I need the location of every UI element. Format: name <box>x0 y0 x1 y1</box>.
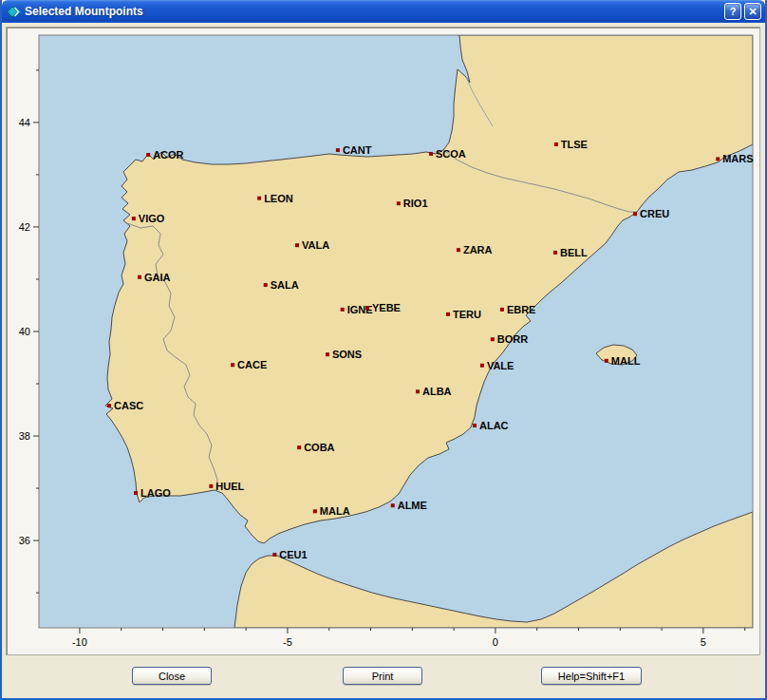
station-marker-alac <box>473 424 477 427</box>
station-marker-cant <box>336 148 340 152</box>
station-label-tlse: TLSE <box>561 139 588 150</box>
app-icon <box>7 5 21 19</box>
station-label-casc: CASC <box>114 400 143 411</box>
station-label-huel: HUEL <box>215 481 244 492</box>
station-label-alba: ALBA <box>422 386 452 397</box>
station-label-cace: CACE <box>237 359 267 370</box>
station-label-leon: LEON <box>264 193 293 204</box>
station-marker-rio1 <box>397 201 401 205</box>
station-label-vala: VALA <box>302 239 329 251</box>
station-label-creu: CREU <box>640 208 669 219</box>
station-label-vigo: VIGO <box>139 213 165 224</box>
titlebar[interactable]: Selected Mountpoints ? ✕ <box>2 0 765 23</box>
station-marker-bell <box>553 251 557 255</box>
station-label-ceu1: CEU1 <box>279 549 307 560</box>
station-label-teru: TERU <box>453 309 481 320</box>
mountpoints-map: -10-5053638404244 ACORVIGOGAIACASCLAGOHU… <box>7 28 759 654</box>
x-tick-label: 0 <box>493 636 498 648</box>
station-marker-creu <box>633 212 637 216</box>
station-label-ebre: EBRE <box>507 304 536 315</box>
y-tick-label: 38 <box>19 430 30 442</box>
station-marker-alme <box>391 503 395 507</box>
station-label-gaia: GAIA <box>144 272 171 283</box>
station-label-cant: CANT <box>343 144 372 156</box>
station-marker-casc <box>107 404 111 407</box>
station-label-alac: ALAC <box>479 420 509 431</box>
station-marker-igne <box>341 308 345 312</box>
map-panel: -10-5053638404244 ACORVIGOGAIACASCLAGOHU… <box>6 27 760 655</box>
dialog-content: -10-5053638404244 ACORVIGOGAIACASCLAGOHU… <box>2 23 765 698</box>
help-shortcut-button[interactable]: Help=Shift+F1 <box>541 667 642 685</box>
station-marker-sala <box>264 283 268 287</box>
station-marker-vigo <box>132 217 136 220</box>
station-label-scoa: SCOA <box>436 148 466 160</box>
station-label-sala: SALA <box>271 279 299 291</box>
x-tick-label: -10 <box>72 636 87 648</box>
station-label-bell: BELL <box>560 247 588 258</box>
station-label-mall: MALL <box>611 355 641 367</box>
y-tick-label: 42 <box>19 221 30 233</box>
station-marker-ceu1 <box>272 553 276 557</box>
y-tick-label: 40 <box>19 326 30 337</box>
y-tick-label: 36 <box>19 535 30 546</box>
x-tick-label: -5 <box>283 636 292 648</box>
station-marker-ebre <box>500 308 504 312</box>
station-label-zara: ZARA <box>463 244 493 255</box>
station-marker-scoa <box>429 152 433 156</box>
station-marker-tlse <box>554 142 558 146</box>
station-marker-coba <box>297 445 301 449</box>
station-marker-borr <box>491 337 495 341</box>
station-marker-sons <box>326 352 329 356</box>
station-marker-mars <box>716 157 720 161</box>
station-marker-mala <box>313 509 317 513</box>
station-label-lago: LAGO <box>140 487 171 499</box>
station-marker-alba <box>416 389 420 393</box>
station-label-coba: COBA <box>304 442 334 453</box>
titlebar-close-button[interactable]: ✕ <box>744 3 761 20</box>
station-marker-huel <box>209 484 213 488</box>
print-button[interactable]: Print <box>343 667 422 685</box>
station-marker-vala <box>295 243 299 247</box>
station-label-alme: ALME <box>398 500 427 511</box>
y-tick-label: 44 <box>19 117 30 128</box>
station-label-rio1: RIO1 <box>403 198 428 209</box>
station-marker-cace <box>231 363 234 367</box>
station-label-vale: VALE <box>487 360 514 371</box>
station-label-mala: MALA <box>320 505 350 517</box>
window-title: Selected Mountpoints <box>25 5 721 18</box>
station-marker-leon <box>257 197 261 200</box>
station-marker-vale <box>480 364 484 368</box>
station-marker-mall <box>605 359 608 363</box>
station-marker-teru <box>446 312 450 316</box>
station-marker-yebe <box>365 306 369 310</box>
selected-mountpoints-window: Selected Mountpoints ? ✕ <box>0 0 767 700</box>
station-marker-zara <box>457 248 460 252</box>
station-marker-lago <box>134 491 138 495</box>
station-label-borr: BORR <box>497 333 528 345</box>
titlebar-help-button[interactable]: ? <box>724 3 741 20</box>
station-label-yebe: YEBE <box>372 302 401 313</box>
station-marker-acor <box>146 153 150 157</box>
x-tick-label: 5 <box>701 636 706 648</box>
station-label-mars: MARS <box>722 153 753 164</box>
close-button[interactable]: Close <box>132 667 212 685</box>
station-label-acor: ACOR <box>153 149 183 161</box>
station-marker-gaia <box>138 275 141 279</box>
station-label-sons: SONS <box>332 349 362 360</box>
